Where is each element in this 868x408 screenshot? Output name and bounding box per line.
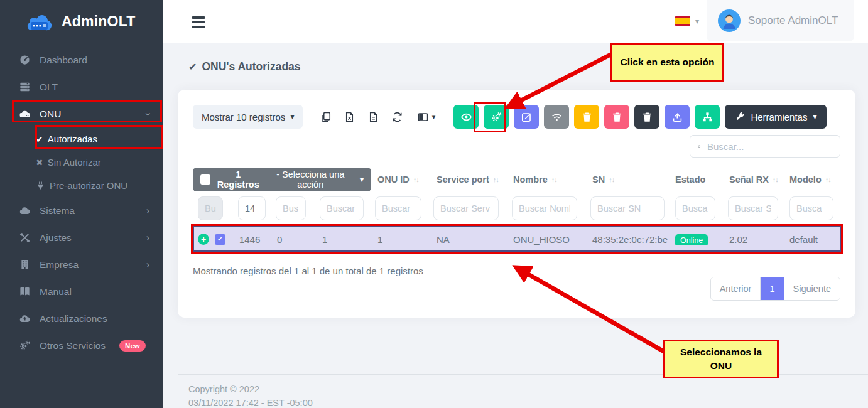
footer-datetime: 03/11/2022 17:42 - EST -05:00 bbox=[188, 398, 313, 408]
table-row[interactable]: + ✔ 1446 0 1 1 NA ONU_HIOSO 48:35:2e:0c:… bbox=[193, 226, 843, 252]
delete-warning-button[interactable] bbox=[574, 105, 599, 129]
export-file-button[interactable] bbox=[364, 105, 382, 129]
expand-row-icon[interactable]: + bbox=[198, 234, 209, 245]
view-onu-button[interactable] bbox=[453, 105, 479, 129]
delete-dark-button[interactable] bbox=[634, 105, 659, 129]
sort-icon: ↑↓ bbox=[413, 176, 419, 183]
cell-senal-rx: 2.02 bbox=[723, 234, 783, 245]
column-header-modelo[interactable]: Modelo↑↓ bbox=[783, 174, 837, 185]
language-selector[interactable]: ▾ bbox=[675, 16, 699, 26]
pagination-page-1[interactable]: 1 bbox=[760, 277, 783, 300]
sidebar-item-autorizadas[interactable]: ✔ Autorizadas bbox=[0, 127, 163, 151]
sidebar-item-label: Actualizaciones bbox=[40, 313, 107, 325]
menu-toggle-button[interactable] bbox=[192, 16, 205, 28]
column-header-nombre[interactable]: Nombre↑↓ bbox=[507, 174, 586, 185]
caret-down-icon: ▾ bbox=[360, 176, 364, 183]
trash-icon bbox=[581, 111, 593, 123]
filter-senal-input[interactable] bbox=[728, 196, 778, 220]
sidebar-item-pre-autorizar[interactable]: Pre-autorizar ONU bbox=[0, 174, 163, 197]
copy-icon bbox=[320, 111, 332, 123]
select-all-checkbox[interactable] bbox=[200, 174, 210, 185]
sidebar-item-label: Ajustes bbox=[40, 232, 72, 244]
pagination-prev[interactable]: Anterior bbox=[711, 277, 761, 300]
sidebar-item-empresa[interactable]: Empresa › bbox=[0, 251, 163, 278]
row-controls: + ✔ bbox=[193, 234, 233, 245]
sidebar: AdminOLT Dashboard OLT ONU bbox=[0, 0, 163, 408]
configure-onu-button[interactable] bbox=[484, 105, 509, 129]
filter-modelo-input[interactable] bbox=[789, 196, 833, 220]
filter-port-input[interactable] bbox=[320, 196, 364, 220]
filter-service-port-input[interactable] bbox=[433, 196, 499, 220]
export-buttons: ▾ bbox=[317, 105, 440, 129]
sidebar-nav: Dashboard OLT ONU › ✔ Autorizadas bbox=[0, 46, 163, 359]
brand[interactable]: AdminOLT bbox=[0, 0, 163, 41]
column-header-onu-id[interactable]: ONU ID↑↓ bbox=[371, 174, 430, 185]
records-summary: Mostrando registros del 1 al 1 de un tot… bbox=[193, 266, 423, 276]
pagination: Anterior 1 Siguiente bbox=[710, 277, 840, 301]
show-entries-dropdown[interactable]: Mostrar 10 registros ▾ bbox=[193, 105, 303, 129]
sidebar-item-label: Otros Servicios bbox=[40, 340, 106, 352]
caret-down-icon: ▾ bbox=[432, 114, 436, 121]
sort-icon: ↑↓ bbox=[551, 176, 557, 183]
cloud-upload-icon bbox=[19, 313, 31, 325]
column-header-sn[interactable]: SN↑↓ bbox=[586, 174, 669, 185]
upload-icon bbox=[671, 111, 683, 123]
user-name: Soporte AdminOLT bbox=[748, 14, 838, 27]
tools-dropdown[interactable]: Herramientas ▾ bbox=[725, 105, 827, 129]
router-icon bbox=[19, 108, 31, 120]
sort-icon: ↑↓ bbox=[773, 176, 778, 183]
eye-icon bbox=[460, 111, 472, 123]
column-filters bbox=[193, 196, 840, 220]
gears-icon bbox=[19, 340, 31, 352]
filter-onu-id-input[interactable] bbox=[375, 196, 421, 220]
copy-button[interactable] bbox=[317, 105, 335, 129]
filter-estado-input[interactable] bbox=[675, 196, 715, 220]
sidebar-item-dashboard[interactable]: Dashboard bbox=[0, 46, 163, 73]
sidebar-item-olt[interactable]: OLT bbox=[0, 73, 163, 100]
sidebar-item-manual[interactable]: Manual bbox=[0, 278, 163, 305]
pagination-next[interactable]: Siguiente bbox=[784, 277, 840, 300]
table-header: 1 Registros - Selecciona una acción ▾ ON… bbox=[193, 168, 840, 191]
search-box bbox=[690, 135, 840, 158]
refresh-icon bbox=[391, 111, 403, 123]
sidebar-item-label: Pre-autorizar ONU bbox=[50, 180, 127, 191]
server-icon bbox=[19, 81, 31, 93]
chevron-right-icon: › bbox=[146, 205, 149, 217]
gears-icon bbox=[491, 111, 502, 123]
avatar bbox=[718, 9, 741, 32]
filter-sn-input[interactable] bbox=[590, 196, 665, 220]
column-header-senal-rx[interactable]: Señal RX↑↓ bbox=[723, 174, 783, 185]
table-toolbar: Mostrar 10 registros ▾ bbox=[193, 105, 840, 129]
refresh-button[interactable] bbox=[388, 105, 406, 129]
row-checkbox[interactable]: ✔ bbox=[215, 234, 225, 245]
filter-slot-input[interactable] bbox=[276, 196, 306, 220]
adminolt-logo-icon bbox=[23, 10, 55, 33]
annotation-note-click: Click en esta opción bbox=[610, 43, 724, 82]
export-excel-button[interactable] bbox=[340, 105, 359, 129]
search-input[interactable] bbox=[707, 141, 832, 152]
building-icon bbox=[19, 259, 31, 271]
filter-id-input[interactable] bbox=[238, 196, 266, 220]
wifi-icon bbox=[551, 111, 563, 123]
sidebar-item-sin-autorizar[interactable]: ✖ Sin Autorizar bbox=[0, 151, 163, 174]
filter-nombre-input[interactable] bbox=[512, 196, 577, 220]
upload-button[interactable] bbox=[665, 105, 690, 129]
cell-onu-id: 1 bbox=[371, 234, 430, 245]
column-header-estado[interactable]: Estado bbox=[669, 174, 723, 185]
bulk-action-dropdown[interactable]: 1 Registros - Selecciona una acción ▾ bbox=[193, 168, 371, 191]
sidebar-item-onu[interactable]: ONU › bbox=[0, 100, 163, 127]
wifi-button[interactable] bbox=[544, 105, 569, 129]
brand-name: AdminOLT bbox=[62, 13, 135, 30]
sidebar-item-otros-servicios[interactable]: Otros Servicios New bbox=[0, 332, 163, 359]
column-visibility-dropdown[interactable]: ▾ bbox=[412, 105, 440, 129]
sidebar-item-ajustes[interactable]: Ajustes › bbox=[0, 224, 163, 251]
delete-danger-button[interactable] bbox=[604, 105, 629, 129]
column-header-service-port[interactable]: Service port↑↓ bbox=[430, 174, 507, 185]
filter-controls-input bbox=[198, 196, 223, 220]
sidebar-item-sistema[interactable]: Sistema › bbox=[0, 197, 163, 224]
sidebar-item-actualizaciones[interactable]: Actualizaciones bbox=[0, 305, 163, 332]
edit-onu-button[interactable] bbox=[514, 105, 539, 129]
sort-icon: ↑↓ bbox=[825, 176, 831, 183]
user-menu[interactable]: Soporte AdminOLT bbox=[707, 0, 854, 41]
network-button[interactable] bbox=[695, 105, 720, 129]
